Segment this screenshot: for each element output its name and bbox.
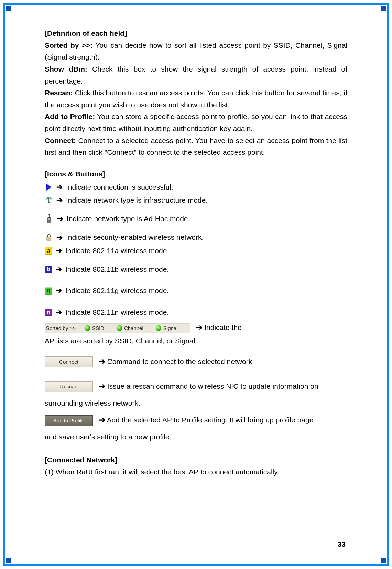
icon-desc-adhoc: Indicate network type is Ad-Hoc mode.: [67, 213, 190, 225]
icon-row-adhoc: ➔ Indicate network type is Ad-Hoc mode.: [45, 213, 347, 225]
section-heading-definition: [Definition of each field]: [45, 28, 347, 40]
icon-row-mode-a: a ➔ Indicate 802.11a wireless mode: [45, 245, 347, 257]
section-heading-icons: [Icons & Buttons]: [45, 168, 347, 180]
field-text-connect: Connect to a selected access point. You …: [45, 137, 347, 157]
connected-item-1: (1) When RaUI first ran, it will select …: [45, 466, 347, 478]
sort-bar[interactable]: Sorted by >> SSID Channel Signal: [45, 323, 190, 333]
adhoc-icon: [45, 214, 54, 224]
arrow-icon: ➔: [56, 194, 63, 206]
def-showdbm: Show dBm: Check this box to show the sig…: [45, 63, 347, 87]
corner-decoration: [381, 558, 386, 563]
icon-desc-mode-n: Indicate 802.11n wireless mode.: [65, 307, 169, 319]
field-label-showdbm: Show dBm:: [45, 65, 87, 73]
section-heading-connected: [Connected Network]: [45, 454, 347, 466]
icon-row-successful: ➔ Indicate connection is successful.: [45, 181, 347, 193]
rescan-button[interactable]: Rescan: [45, 381, 93, 392]
sort-option-channel-label: Channel: [124, 323, 143, 333]
icon-row-infrastructure: ➔ Indicate network type is infrastructur…: [45, 194, 347, 206]
field-text-rescan: Click this button to rescan access point…: [45, 89, 347, 109]
field-text-showdbm: Check this box to show the signal streng…: [45, 65, 347, 85]
sort-option-ssid[interactable]: SSID: [82, 323, 114, 333]
mode-a-icon: a: [45, 247, 52, 255]
radio-icon: [85, 325, 90, 331]
arrow-icon: ➔: [57, 213, 63, 225]
icon-desc-mode-b: Indicate 802.11b wireless mode.: [65, 264, 169, 276]
corner-decoration: [381, 6, 386, 11]
radio-icon: [156, 325, 161, 331]
svg-rect-1: [48, 218, 50, 220]
sortbar-row: Sorted by >> SSID Channel Signal ➔ Indic…: [45, 320, 347, 335]
icon-desc-infrastructure: Indicate network type is infrastructure …: [66, 194, 208, 206]
arrow-icon: ➔: [56, 232, 63, 244]
sort-option-signal-label: Signal: [163, 323, 178, 333]
icon-desc-successful: Indicate connection is successful.: [66, 181, 173, 193]
svg-rect-4: [47, 237, 51, 240]
icon-desc-mode-g: Indicate 802.11g wireless mode.: [65, 285, 169, 297]
connect-button-row: Connect ➔ Command to connect to the sele…: [45, 354, 347, 369]
add-profile-button-row: Add to Profile ➔ Add the selected AP to …: [45, 412, 347, 428]
field-label-rescan: Rescan:: [45, 89, 73, 97]
sortbar-desc-lead: Indicate the: [204, 323, 242, 331]
mode-g-icon: g: [45, 287, 52, 295]
arrow-icon: ➔: [56, 181, 63, 193]
arrow-icon: ➔: [56, 306, 62, 319]
rescan-button-desc-lead: Issue a rescan command to wireless NIC t…: [107, 382, 318, 390]
arrow-icon: ➔: [196, 323, 202, 332]
sort-option-ssid-label: SSID: [92, 323, 104, 333]
field-label-connect: Connect:: [45, 137, 76, 144]
sortbar-desc-rest: AP lists are sorted by SSID, Channel, or…: [45, 335, 347, 347]
page-content: [Definition of each field] Sorted by >>:…: [45, 28, 347, 478]
icon-desc-mode-a: Indicate 802.11a wireless mode: [65, 245, 167, 257]
def-addprofile: Add to Profile: You can store a specific…: [45, 111, 347, 135]
arrow-icon: ➔: [99, 357, 105, 366]
icon-row-mode-b: b ➔ Indicate 802.11b wireless mode.: [45, 263, 347, 276]
corner-decoration: [6, 558, 11, 563]
field-label-addprofile: Add to Profile:: [45, 112, 95, 120]
connect-button-desc: Command to connect to the selected netwo…: [107, 357, 254, 365]
sort-option-signal[interactable]: Signal: [153, 323, 187, 333]
triangle-play-icon: [45, 183, 53, 191]
def-connect: Connect: Connect to a selected access po…: [45, 135, 347, 159]
arrow-icon: ➔: [56, 284, 62, 297]
radio-icon: [117, 325, 122, 331]
sort-option-channel[interactable]: Channel: [114, 323, 153, 333]
rescan-button-desc-rest: surrounding wireless network.: [45, 397, 347, 409]
field-label-sorted: Sorted by >>:: [45, 41, 92, 49]
add-profile-desc-lead: Add the selected AP to Profile setting. …: [107, 416, 314, 424]
sortbar-label: Sorted by >>: [45, 323, 82, 333]
page-number: 33: [338, 540, 346, 548]
icon-desc-security: Indicate security-enabled wireless netwo…: [66, 232, 204, 244]
arrow-icon: ➔: [56, 263, 62, 276]
icon-row-security: ➔ Indicate security-enabled wireless net…: [45, 232, 347, 244]
add-profile-desc-rest: and save user's setting to a new profile…: [45, 431, 347, 443]
mode-n-icon: n: [45, 309, 52, 316]
add-to-profile-button[interactable]: Add to Profile: [45, 415, 93, 426]
rescan-button-row: Rescan ➔ Issue a rescan command to wirel…: [45, 379, 347, 394]
corner-decoration: [6, 6, 11, 11]
lock-icon: [45, 234, 53, 242]
def-sorted: Sorted by >>: You can decide how to sort…: [45, 40, 347, 63]
icon-row-mode-n: n ➔ Indicate 802.11n wireless mode.: [45, 306, 347, 319]
arrow-icon: ➔: [99, 416, 105, 424]
mode-b-icon: b: [45, 266, 52, 273]
arrow-icon: ➔: [99, 382, 105, 390]
infrastructure-icon: [45, 196, 53, 204]
icon-row-mode-g: g ➔ Indicate 802.11g wireless mode.: [45, 284, 347, 297]
svg-point-3: [48, 214, 50, 215]
def-rescan: Rescan: Click this button to rescan acce…: [45, 87, 347, 111]
arrow-icon: ➔: [56, 245, 62, 257]
connect-button[interactable]: Connect: [45, 356, 93, 367]
